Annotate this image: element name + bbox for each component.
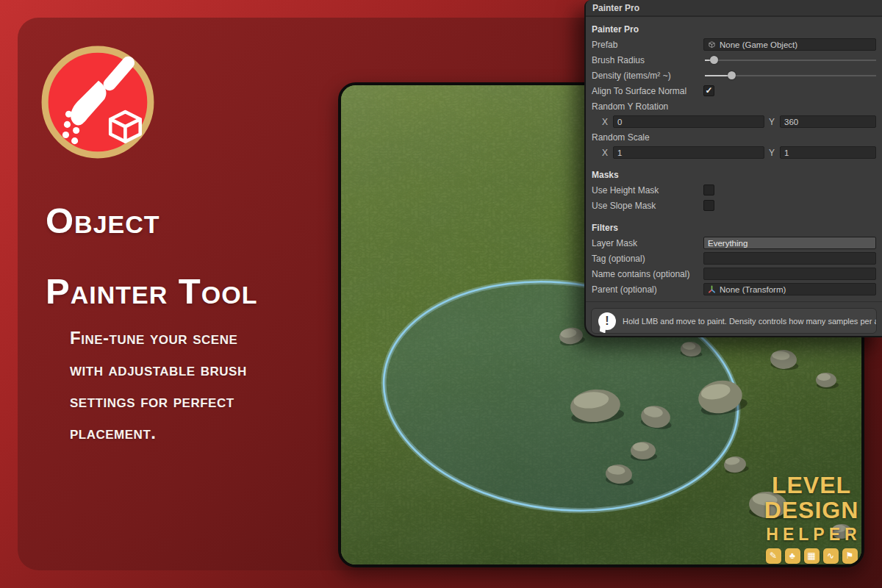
logo-line-level: LEVEL [747, 473, 864, 498]
title-line-2: Painter Tool [46, 256, 340, 326]
name-contains-row: Name contains (optional) [586, 266, 882, 282]
random-y-rotation-label: Random Y Rotation [592, 101, 703, 112]
height-mask-row: Use Height Mask [586, 182, 882, 198]
info-bubble-icon: ! [598, 312, 616, 330]
page-description: Fine-tune your scene with adjustable bru… [70, 322, 320, 448]
tag-row: Tag (optional) [586, 251, 882, 266]
pin-icon: ⚑ [842, 548, 858, 564]
help-box: ! Hold LMB and move to paint. Density co… [591, 308, 877, 334]
tool-badge [38, 43, 157, 162]
slope-mask-checkbox[interactable] [703, 200, 714, 211]
logo-feature-icons: ✎ ♣ ▦ ∿ ⚑ [747, 548, 864, 564]
name-contains-input[interactable] [703, 268, 876, 280]
prefab-row: Prefab None (Game Object) [586, 37, 882, 52]
layer-mask-dropdown[interactable]: Everything [703, 237, 876, 249]
random-scale-y-field[interactable]: 1 [780, 146, 876, 159]
filters-header: Filters [592, 223, 618, 233]
prefab-label: Prefab [592, 40, 703, 50]
align-checkbox[interactable]: ✓ [703, 85, 714, 96]
tag-label: Tag (optional) [592, 254, 703, 264]
logo-line-helper: HELPER [747, 523, 864, 546]
layer-mask-row: Layer Mask Everything [586, 235, 882, 251]
align-row: Align To Surface Normal ✓ [586, 83, 882, 98]
brand-logo: LEVEL DESIGN HELPER ✎ ♣ ▦ ∿ ⚑ PRO [747, 473, 864, 567]
random-y-x-field[interactable]: 0 [613, 115, 764, 128]
title-line-1: Object [46, 185, 340, 256]
tag-input[interactable] [703, 252, 876, 265]
parent-object-field[interactable]: None (Transform) [703, 283, 876, 295]
name-contains-label: Name contains (optional) [592, 269, 703, 279]
slider-handle[interactable] [728, 71, 736, 79]
component-title: Painter Pro [592, 24, 639, 35]
logo-line-design: DESIGN [747, 498, 864, 523]
brush-radius-row: Brush Radius [586, 52, 882, 68]
transform-axis-icon [708, 285, 716, 293]
inspector-titlebar[interactable]: Painter Pro [586, 0, 882, 17]
slider-handle[interactable] [710, 56, 718, 64]
paint-brush-cube-icon [38, 43, 157, 162]
x-axis-label: X [602, 148, 608, 158]
parent-label: Parent (optional) [592, 284, 703, 295]
y-axis-label: Y [769, 117, 775, 127]
brush-radius-slider[interactable] [703, 54, 876, 66]
y-axis-label: Y [769, 148, 775, 158]
gameobject-cube-icon [708, 40, 716, 49]
random-y-y-field[interactable]: 360 [780, 115, 876, 128]
x-axis-label: X [602, 117, 608, 127]
prefab-object-field[interactable]: None (Game Object) [703, 38, 876, 51]
random-scale-label: Random Scale [592, 132, 703, 143]
align-label: Align To Surface Normal [592, 86, 703, 96]
grid-icon: ▦ [804, 548, 820, 564]
random-y-rotation-xy: X 0 Y 360 [586, 114, 882, 129]
random-scale-row: Random Scale [586, 129, 882, 145]
density-slider[interactable] [703, 69, 876, 82]
parent-row: Parent (optional) None (Transform) [586, 282, 882, 297]
brush-icon: ✎ [766, 548, 781, 564]
density-row: Density (items/m² ~) [586, 68, 882, 83]
masks-header: Masks [592, 170, 619, 180]
layer-mask-label: Layer Mask [592, 238, 703, 248]
height-mask-label: Use Height Mask [592, 185, 703, 196]
random-scale-xy: X 1 Y 1 [586, 145, 882, 160]
brush-radius-label: Brush Radius [592, 55, 703, 65]
random-scale-x-field[interactable]: 1 [613, 146, 764, 159]
height-mask-checkbox[interactable] [703, 184, 714, 196]
help-text: Hold LMB and move to paint. Density cont… [623, 317, 877, 326]
density-label: Density (items/m² ~) [592, 71, 703, 81]
slope-mask-row: Use Slope Mask [586, 198, 882, 213]
slope-mask-label: Use Slope Mask [592, 201, 703, 211]
page-title: Object Painter Tool [46, 185, 340, 326]
inspector-panel: Painter Pro Painter Pro Prefab None (Gam… [584, 0, 882, 337]
random-y-rotation-row: Random Y Rotation [586, 98, 882, 114]
window-title: Painter Pro [592, 3, 639, 13]
foliage-icon: ♣ [785, 548, 800, 564]
path-icon: ∿ [823, 548, 839, 564]
